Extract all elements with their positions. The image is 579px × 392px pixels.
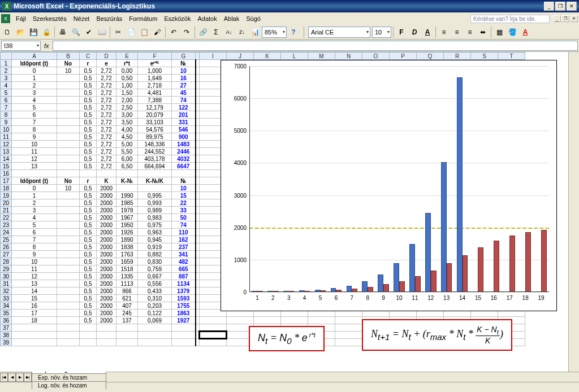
cell[interactable]: 2 [12,82,57,89]
cell[interactable]: 89,975 [138,133,172,141]
cell[interactable]: 665 [172,265,196,273]
cell[interactable]: 1483 [172,141,196,148]
cell[interactable]: 0,5 [80,192,97,199]
cell[interactable]: 1335 [116,273,138,280]
worksheet[interactable]: ABCDEFGIJKLMNOPQRST1Időpont (t)Norer*teʳ… [0,52,568,372]
cell[interactable]: 2,00 [116,97,138,104]
cell[interactable]: 1978 [116,207,138,214]
cell[interactable] [196,229,200,236]
row-header[interactable]: 26 [1,243,12,251]
cell[interactable]: 2,72 [97,111,116,119]
cell[interactable]: 4032 [172,155,196,163]
cell[interactable] [57,111,80,119]
cell[interactable] [97,339,116,346]
row-header[interactable]: 28 [1,258,12,265]
fill-color-icon[interactable]: 🪣 [506,26,518,38]
menu-eszközök[interactable]: Eszközök [161,14,194,23]
row-header[interactable]: 10 [1,126,12,133]
cell[interactable]: 2,72 [97,126,116,133]
cell[interactable]: 0,5 [80,295,97,302]
cell[interactable]: 7,388 [138,97,172,104]
cell[interactable]: 2000 [97,207,116,214]
cell[interactable]: 331 [172,119,196,126]
bar-exp[interactable] [362,281,368,292]
cell[interactable]: Nₜ [172,60,196,67]
cell[interactable]: 8 [12,243,57,251]
col-header[interactable]: J [227,53,254,60]
cell[interactable]: 0,995 [138,192,172,199]
col-header[interactable]: N [335,53,362,60]
cell[interactable]: 27 [172,82,196,89]
cell[interactable] [57,236,80,243]
cell[interactable]: 0,5 [80,302,97,310]
cell[interactable]: 2,72 [97,163,116,170]
cell[interactable] [116,185,138,192]
bar-exp[interactable] [457,77,463,292]
cell[interactable]: 0,5 [80,251,97,258]
cell[interactable] [57,214,80,221]
cell[interactable]: 6647 [172,163,196,170]
cell[interactable] [227,317,254,324]
cell[interactable]: 407 [116,302,138,310]
cell[interactable] [57,302,80,310]
cell[interactable]: 2,72 [97,119,116,126]
cell[interactable] [196,265,200,273]
cell[interactable]: 6 [12,229,57,236]
cell[interactable] [196,288,200,295]
cell[interactable] [57,75,80,82]
row-header[interactable]: 6 [1,97,12,104]
cell[interactable]: 10 [12,258,57,265]
cell[interactable]: 4 [12,97,57,104]
cell[interactable] [196,295,200,302]
cell[interactable]: 0,5 [80,155,97,163]
cell[interactable] [57,119,80,126]
cell[interactable]: 0,433 [138,288,172,295]
cell[interactable]: 22 [172,199,196,207]
cell[interactable]: No [57,60,80,67]
bar-log[interactable] [447,263,452,292]
cell[interactable] [57,82,80,89]
cell[interactable] [57,97,80,104]
cell[interactable]: 13 [12,163,57,170]
cell[interactable] [12,170,57,177]
cell[interactable] [196,280,200,288]
cell[interactable]: 6 [12,111,57,119]
cell[interactable]: 2000 [97,214,116,221]
bar-exp[interactable] [425,213,431,292]
cell[interactable]: 20,079 [138,111,172,119]
menu-adatok[interactable]: Adatok [194,14,220,23]
cell[interactable]: 6,00 [116,155,138,163]
cell[interactable] [57,126,80,133]
bar-log[interactable] [463,255,468,292]
cell[interactable]: 18 [12,317,57,324]
cell[interactable]: 2,72 [97,141,116,148]
cell[interactable]: 16 [172,75,196,82]
menu-fájl[interactable]: Fájl [12,14,29,23]
cell[interactable] [196,185,200,192]
cell[interactable]: 2000 [97,192,116,199]
cell[interactable]: 3,50 [116,119,138,126]
cell[interactable] [57,243,80,251]
align-left-icon[interactable]: ≡ [438,26,450,38]
col-header[interactable]: I [200,53,227,60]
bar-exp[interactable] [409,244,415,292]
cell[interactable]: 11 [12,148,57,155]
cell[interactable]: 0,759 [138,265,172,273]
cell[interactable] [12,324,57,332]
col-header[interactable]: Q [417,53,444,60]
cell[interactable]: 15 [172,192,196,199]
cell[interactable]: 15 [12,295,57,302]
cell[interactable]: 0,5 [80,133,97,141]
col-header[interactable]: R [444,53,471,60]
cell[interactable]: 887 [172,273,196,280]
col-header[interactable]: L [281,53,308,60]
cell[interactable]: 0,069 [138,317,172,324]
cell[interactable] [138,170,172,177]
cell[interactable] [196,236,200,243]
bar-log[interactable] [525,232,531,292]
cell[interactable] [138,332,172,339]
row-header[interactable]: 17 [1,177,12,185]
undo-icon[interactable]: ↶ [167,26,180,38]
cell[interactable]: No [57,177,80,185]
cell[interactable]: 110 [172,229,196,236]
